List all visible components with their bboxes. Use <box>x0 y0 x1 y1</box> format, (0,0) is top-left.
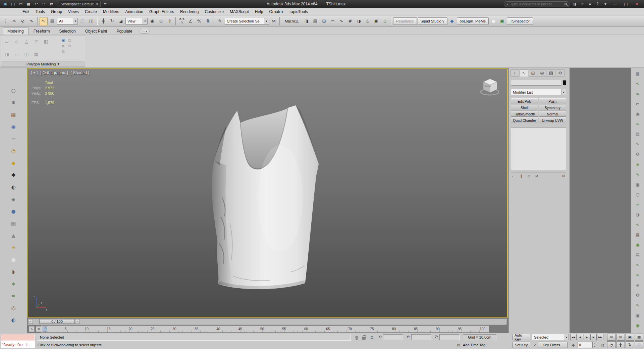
track-bar[interactable]: 0510152025303540455055606570758085909510… <box>41 326 489 333</box>
key-mode-toggle-icon[interactable]: ◆ <box>570 342 576 348</box>
ribbon-tab[interactable]: Object Paint <box>81 28 111 35</box>
blue-sphere-tool-icon[interactable]: ◉ <box>9 123 18 131</box>
use-pivot-point-icon[interactable]: ◉ <box>148 17 156 25</box>
select-and-scale-icon[interactable]: ◢ <box>117 17 125 25</box>
paint-soft-selection-icon[interactable]: ⊞ <box>67 43 72 48</box>
toolbar-handle[interactable]: ⋮ <box>1 17 9 25</box>
go-to-end-button[interactable]: ▶▶ <box>597 334 603 340</box>
snap-toggle-icon[interactable]: 2.5 ∩ <box>178 17 186 25</box>
field-of-view-icon[interactable]: ◔ <box>607 341 616 348</box>
y-coordinate-field[interactable] <box>411 334 431 340</box>
maximize-viewport-toggle-icon[interactable]: ⊡ <box>635 341 644 348</box>
hierarchy-tab[interactable]: ⊞ <box>529 69 537 77</box>
select-and-move-icon[interactable]: ╋ <box>99 17 107 25</box>
cone-tool-icon[interactable]: ▲ <box>9 232 18 240</box>
right-toolbar-icon[interactable]: ▤ <box>634 130 642 138</box>
maxscript-mini-listener[interactable]: "Ready for i <box>1 341 35 348</box>
gem-tool-icon[interactable]: ◈ <box>9 195 18 203</box>
edge-mode-icon[interactable]: △ <box>23 38 30 45</box>
next-frame-button[interactable]: ▶ <box>590 334 597 340</box>
object-name-field[interactable] <box>511 80 561 86</box>
right-toolbar-icon[interactable]: ◑ <box>634 211 642 218</box>
time-slider-prev-button[interactable]: < <box>28 319 33 324</box>
falloff-icon[interactable]: ▥ <box>61 49 66 54</box>
pin-stack-ribbon-icon[interactable]: ◫ <box>23 51 30 57</box>
menu-item[interactable]: MAXScript <box>227 9 252 15</box>
spider-tool-icon[interactable]: ✱ <box>9 171 18 179</box>
right-toolbar-icon[interactable]: ○ <box>634 191 642 198</box>
previous-frame-button[interactable]: ◀ <box>577 334 583 340</box>
pan-view-icon[interactable]: ╋ <box>616 341 625 348</box>
mirror-icon[interactable]: ⋈ <box>270 17 278 25</box>
pin-stack-icon[interactable]: ⌐ <box>511 173 516 178</box>
viewcube[interactable]: FRONT <box>478 74 502 99</box>
right-toolbar-icon[interactable]: ▦ <box>634 231 642 238</box>
window-crossing-toggle-icon[interactable]: ◫ <box>87 17 95 25</box>
right-toolbar-icon[interactable]: ◉ <box>634 241 642 248</box>
help-menu-arrow-icon[interactable]: ▾ <box>602 1 609 7</box>
add-time-tag[interactable]: Add Time Tag <box>463 341 485 349</box>
menu-item[interactable]: Create <box>82 9 100 15</box>
open-file-icon[interactable]: ▭ <box>17 1 24 7</box>
ribbon-tab[interactable]: Populate <box>112 28 137 35</box>
open-mini-curve-editor-icon[interactable]: ∿ <box>29 326 35 332</box>
z-coordinate-field[interactable] <box>439 334 460 340</box>
box-tool-icon[interactable]: ▦ <box>9 111 18 119</box>
ribbon-tab[interactable]: Freeform <box>29 28 54 35</box>
select-and-rotate-icon[interactable]: ↻ <box>108 17 116 25</box>
key-filters-button[interactable]: Key Filters... <box>538 342 568 348</box>
time-slider-track[interactable]: < 0 / 100 > <box>28 318 506 325</box>
select-object-icon[interactable]: ↖ <box>40 17 48 25</box>
menu-overflow-icon[interactable]: ≡ <box>102 1 108 7</box>
plugin-icon-green[interactable]: ▣ <box>498 17 506 25</box>
orbit-viewport-icon[interactable]: ↻ <box>626 341 634 348</box>
menu-item[interactable]: Animation <box>122 9 146 15</box>
time-slider-next-button[interactable]: > <box>75 319 80 324</box>
burst-tool-icon[interactable]: ✱ <box>9 99 18 107</box>
right-toolbar-icon[interactable]: ∿ <box>634 170 642 178</box>
right-toolbar-icon[interactable]: ≈ <box>634 90 642 97</box>
right-toolbar-icon[interactable]: ∿ <box>634 221 642 228</box>
redo-icon[interactable]: ↷ <box>41 1 47 7</box>
object-color-swatch[interactable] <box>563 80 566 85</box>
communication-center-icon[interactable]: ☆ <box>579 1 586 7</box>
modifier-list-dropdown[interactable]: Modifier List ▾ <box>511 89 566 95</box>
rendered-frame-window-icon[interactable]: ▣ <box>372 17 380 25</box>
unlink-selection-icon[interactable]: ⊘ <box>19 17 27 25</box>
ribbon-tab[interactable]: Selection <box>55 28 80 35</box>
right-toolbar-icon[interactable]: ◉ <box>634 321 642 329</box>
menu-item[interactable]: Graph Editors <box>146 9 177 15</box>
set-key-button[interactable]: Set Key <box>512 342 530 348</box>
right-toolbar-icon[interactable]: ▦ <box>634 70 642 77</box>
play-animation-button[interactable]: ▶ <box>584 334 590 340</box>
auto-key-button[interactable]: Auto Key <box>512 334 530 340</box>
motion-tab[interactable]: ◎ <box>538 69 546 77</box>
key-filters-check-icon[interactable]: ✓ <box>532 342 538 348</box>
globe-tool-icon[interactable]: ◐ <box>9 316 18 324</box>
zoom-all-icon[interactable]: ⊞ <box>616 334 625 341</box>
minimize-button[interactable]: — <box>610 1 620 7</box>
select-and-link-icon[interactable]: ∞ <box>10 17 18 25</box>
right-toolbar-icon[interactable]: ✂ <box>634 100 642 107</box>
spinner-up-icon[interactable]: ▴ <box>593 342 597 345</box>
configure-modifier-sets-icon[interactable]: ⊞ <box>561 173 566 178</box>
menu-item[interactable]: rapidTools <box>286 9 311 15</box>
clock-tool-icon[interactable]: ◔ <box>9 147 18 155</box>
grass-tool-icon[interactable]: ≈ <box>9 292 18 300</box>
viewport-menu-segment[interactable]: [ + ] <box>31 70 38 75</box>
right-toolbar-icon[interactable]: ∿ <box>634 261 642 268</box>
viewport-menu-segment[interactable]: [ Orthographic ] <box>40 70 68 75</box>
viewport-menu-segment[interactable]: [ Shaded ] <box>71 70 89 75</box>
frame-number-input[interactable] <box>578 342 593 348</box>
tank-top-model[interactable] <box>207 100 324 293</box>
menu-item[interactable]: Group <box>48 9 65 15</box>
bind-to-space-warp-icon[interactable]: ∿ <box>28 17 36 25</box>
maximize-button[interactable]: ▢ <box>621 1 631 7</box>
schematic-view-icon[interactable]: # <box>346 17 354 25</box>
pot-tool-icon[interactable]: ◗ <box>9 268 18 276</box>
workspace-dropdown[interactable]: Workspace: Default ▾ <box>59 1 101 7</box>
right-toolbar-icon[interactable]: ⚙ <box>634 291 642 299</box>
align-icon[interactable]: ◨ <box>303 17 311 25</box>
use-soft-selection-icon[interactable]: ▣ <box>61 38 66 42</box>
undo-icon[interactable]: ↶ <box>33 1 40 7</box>
